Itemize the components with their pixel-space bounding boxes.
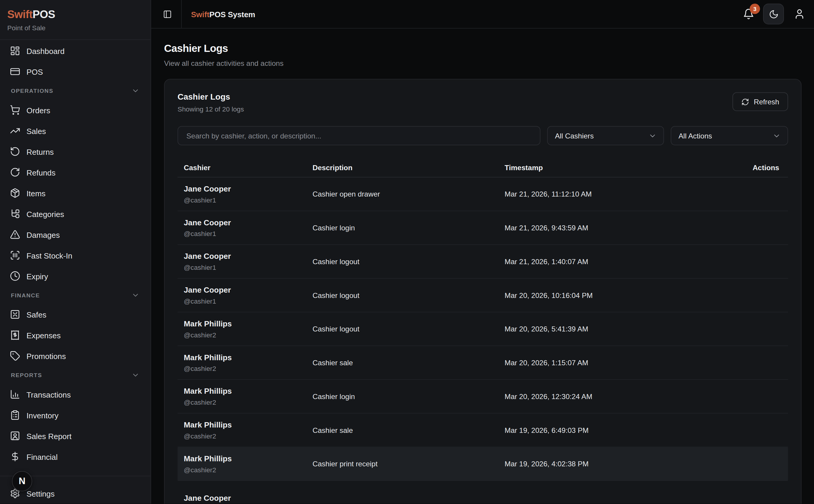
sidebar-section-operations[interactable]: OPERATIONS (5, 82, 146, 100)
trending-up-icon (10, 126, 20, 136)
sidebar-item-inventory[interactable]: Inventory (5, 405, 146, 425)
brand-rest: POS (33, 8, 55, 20)
action-filter-select[interactable]: All Actions (671, 126, 788, 145)
sidebar-item-safes[interactable]: Safes (5, 304, 146, 325)
cashier-name: Jane Cooper (184, 493, 306, 502)
cell-description: Cashier sale (306, 346, 499, 379)
sidebar-item-transactions[interactable]: Transactions (5, 384, 146, 405)
cashier-handle: @cashier2 (184, 432, 306, 440)
cashier-handle: @cashier1 (184, 230, 306, 237)
sidebar-item-expiry[interactable]: Expiry (5, 266, 146, 286)
sidebar-item-returns[interactable]: Returns (5, 141, 146, 162)
cell-description: Cashier open drawer (306, 178, 499, 211)
sidebar-item-orders[interactable]: Orders (5, 100, 146, 120)
sidebar-item-label: Sales Report (26, 431, 71, 440)
search-input[interactable] (178, 126, 541, 145)
account-button[interactable] (793, 8, 806, 20)
table-row[interactable]: Mark Phillips@cashier2Cashier saleMar 19… (178, 414, 788, 447)
sidebar-item-categories[interactable]: Categories (5, 203, 146, 224)
cell-cashier: Mark Phillips@cashier2 (178, 346, 306, 379)
cell-cashier: Mark Phillips@cashier2 (178, 447, 306, 481)
header-left: SwiftPOS System (151, 0, 255, 28)
sidebar-toggle-button[interactable] (160, 7, 174, 21)
cashier-name: Mark Phillips (184, 454, 306, 463)
cell-timestamp: Mar 20, 2026, 5:41:39 AM (498, 312, 731, 346)
sidebar-item-refunds[interactable]: Refunds (5, 162, 146, 183)
cell-timestamp: Mar 20, 2026, 10:16:04 PM (498, 279, 731, 312)
dev-overlay-badge[interactable]: N (12, 471, 32, 491)
package-icon (10, 188, 20, 198)
cashier-handle: @cashier1 (184, 264, 306, 271)
table-row[interactable]: Jane Cooper@cashier1Cashier logoutMar 21… (178, 245, 788, 279)
cell-description: Cashier login (306, 211, 499, 244)
logs-table: Cashier Description Timestamp Actions Ja… (178, 158, 788, 504)
sidebar-item-label: Dashboard (26, 47, 64, 55)
card-header: Cashier Logs Showing 12 of 20 logs Refre… (178, 92, 788, 113)
sidebar-nav: DashboardPOSOPERATIONSOrdersSalesReturns… (0, 40, 151, 474)
table-row[interactable]: Jane Cooper@cashier1Cashier logoutMar 20… (178, 279, 788, 312)
cashier-name: Jane Cooper (184, 184, 306, 193)
refresh-button[interactable]: Refresh (732, 92, 788, 111)
app-title-accent: Swift (191, 9, 209, 18)
cashier-filter-select[interactable]: All Cashiers (547, 126, 664, 145)
cashier-name: Jane Cooper (184, 286, 306, 294)
sidebar-item-promotions[interactable]: Promotions (5, 346, 146, 366)
sidebar-item-label: Returns (26, 147, 54, 156)
card-subtitle: Showing 12 of 20 logs (178, 105, 244, 113)
sidebar-section-reports[interactable]: REPORTS (5, 366, 146, 384)
chevron-down-icon (649, 132, 657, 140)
table-row[interactable]: Mark Phillips@cashier2Cashier print rece… (178, 447, 788, 481)
sidebar-item-expenses[interactable]: Expenses (5, 325, 146, 346)
cell-timestamp: Mar 21, 2026, 11:12:10 AM (498, 178, 731, 211)
theme-toggle-button[interactable] (763, 4, 784, 24)
sidebar-item-sales[interactable]: Sales (5, 120, 146, 141)
cell-actions (731, 178, 788, 211)
sidebar-item-label: Categories (26, 209, 64, 218)
sidebar-item-label: Orders (26, 106, 50, 114)
brand-logo: SwiftPOS (7, 8, 144, 21)
table-row[interactable]: Mark Phillips@cashier2Cashier loginMar 2… (178, 380, 788, 414)
table-row[interactable]: Jane Cooper@cashier1Cashier open drawerM… (178, 178, 788, 211)
page-content: Cashier Logs View all cashier activities… (151, 28, 814, 504)
cell-cashier: Jane Cooper@cashier1 (178, 245, 306, 278)
sidebar-item-label: Financial (26, 452, 58, 461)
cashier-name: Mark Phillips (184, 387, 306, 395)
action-filter-value: All Actions (678, 132, 712, 140)
cell-cashier: Mark Phillips@cashier2 (178, 312, 306, 346)
sidebar-item-sales-report[interactable]: Sales Report (5, 425, 146, 446)
cell-description: Cashier logout (306, 245, 499, 278)
sidebar-item-financial[interactable]: Financial (5, 446, 146, 467)
user-square-icon (10, 431, 20, 441)
cashier-handle: @cashier2 (184, 331, 306, 339)
clipboard-list-icon (10, 410, 20, 420)
sidebar-item-label: Settings (26, 489, 55, 498)
header-separator (181, 0, 182, 28)
table-row[interactable]: Jane Cooper (178, 481, 788, 504)
sidebar-section-finance[interactable]: FINANCE (5, 286, 146, 304)
cell-timestamp: Mar 21, 2026, 1:40:07 AM (498, 245, 731, 278)
chevron-down-icon (131, 371, 140, 379)
cashier-logs-card: Cashier Logs Showing 12 of 20 logs Refre… (164, 79, 802, 504)
sidebar-section-label: FINANCE (11, 292, 40, 298)
cashier-handle: @cashier2 (184, 398, 306, 406)
table-row[interactable]: Jane Cooper@cashier1Cashier loginMar 21,… (178, 211, 788, 245)
sidebar-item-damages[interactable]: Damages (5, 224, 146, 245)
alert-triangle-icon (10, 229, 20, 240)
table-row[interactable]: Mark Phillips@cashier2Cashier saleMar 20… (178, 346, 788, 380)
brand-accent: Swift (7, 8, 33, 20)
sidebar-item-dashboard[interactable]: Dashboard (5, 41, 146, 61)
cell-actions (731, 346, 788, 379)
notifications-button[interactable]: 3 (743, 8, 755, 20)
cashier-handle: @cashier1 (184, 196, 306, 204)
sidebar-item-label: Expenses (26, 331, 60, 340)
sidebar-item-fast-stock-in[interactable]: Fast Stock-In (5, 245, 146, 266)
cell-actions (731, 380, 788, 413)
cell-description: Cashier login (306, 380, 499, 413)
sidebar-item-pos[interactable]: POS (5, 61, 146, 82)
cashier-name: Mark Phillips (184, 319, 306, 328)
page-subtitle: View all cashier activities and actions (164, 59, 802, 68)
credit-card-icon (10, 66, 20, 77)
table-row[interactable]: Mark Phillips@cashier2Cashier logoutMar … (178, 312, 788, 346)
cell-cashier: Jane Cooper@cashier1 (178, 178, 306, 211)
sidebar-item-items[interactable]: Items (5, 183, 146, 203)
